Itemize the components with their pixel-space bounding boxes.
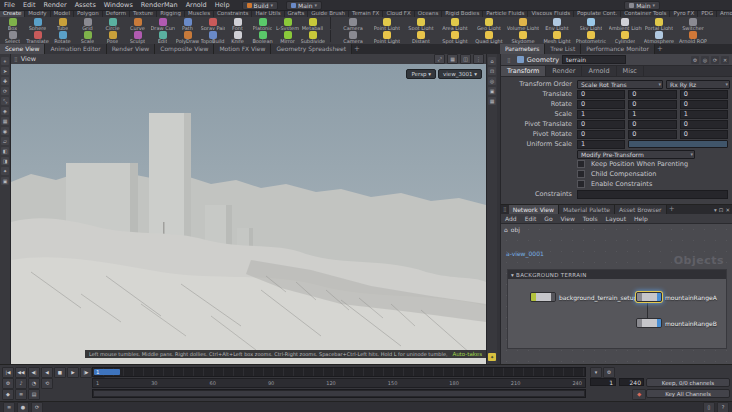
shelf-tool[interactable]: Curve	[125, 17, 150, 30]
scope-channels-icon[interactable]: ≡	[15, 389, 27, 400]
shelf-tab[interactable]: Arnold	[717, 10, 732, 17]
rotate-z-field[interactable]: 0	[680, 100, 728, 109]
scale-z-field[interactable]: 1	[680, 110, 728, 119]
network-pane-tab[interactable]: Material Palette	[559, 205, 615, 214]
new-tab-button[interactable]: +	[667, 205, 677, 214]
shelf-tab[interactable]: PDG	[698, 10, 717, 17]
view-mode-pill[interactable]: Persp ▾	[406, 69, 436, 79]
pane-tab[interactable]: Scene View	[0, 44, 45, 54]
shelf-tool[interactable]: Point Light	[370, 30, 404, 44]
pane-tab[interactable]: Geometry Spreadsheet	[271, 44, 352, 54]
take-selector[interactable]: Main ▾	[286, 1, 322, 10]
shelf-tool[interactable]: Path	[175, 17, 200, 30]
menu-item[interactable]: RenderMan	[137, 0, 182, 10]
shelf-tab[interactable]: Texture	[130, 10, 157, 17]
network-menu-item[interactable]: Help	[630, 214, 652, 223]
status-dot-icon[interactable]: ●	[17, 402, 29, 412]
menu-item[interactable]: File	[0, 0, 19, 10]
shelf-tool[interactable]: Volume Light	[506, 17, 540, 30]
translate-z-field[interactable]: 0	[680, 90, 728, 99]
expand-pane-icon[interactable]: ⤢	[434, 54, 445, 64]
camera-name-pill[interactable]: view_3001 ▾	[438, 69, 482, 79]
snap-grid-icon[interactable]: ▦	[1, 117, 9, 125]
split-pane-icon[interactable]: ◫	[460, 54, 471, 64]
network-box-header[interactable]: ▾ BACKGROUND TERRAIN	[508, 270, 726, 279]
node-display-flag[interactable]	[551, 293, 555, 301]
shelf-tab[interactable]: Modify	[25, 10, 50, 17]
translate-x-field[interactable]: 0	[577, 90, 625, 99]
dopesheet-icon[interactable]: ▤	[28, 389, 40, 400]
translate-tool-icon[interactable]: ✚	[1, 77, 9, 85]
shelf-tool[interactable]: Translate	[25, 30, 50, 44]
loop-mode-icon[interactable]: ⟲	[41, 378, 53, 389]
network-pane-tab[interactable]: Network View	[509, 205, 559, 214]
shelf-tool[interactable]: Geo Light	[472, 17, 506, 30]
shelf-tool[interactable]: Boolean	[250, 30, 275, 44]
new-tab-button[interactable]: +	[655, 44, 665, 54]
rotate-order-select[interactable]: Rx Ry Rz	[666, 80, 730, 89]
timeline-ruler[interactable]: 1306090120150180210240	[92, 378, 586, 388]
scale-y-field[interactable]: 1	[628, 110, 676, 119]
shelf-tool[interactable]: Spot Light	[438, 30, 472, 44]
handles-tool-icon[interactable]: ◈	[1, 107, 9, 115]
camera-lock-icon[interactable]: ▣	[1, 177, 9, 185]
take-selector-right[interactable]: Main ▾	[624, 1, 660, 10]
pane-tab[interactable]: Animation Editor	[45, 44, 106, 54]
prev-key-button[interactable]: ◀◀	[15, 367, 27, 378]
shelf-tool[interactable]: Sphere	[25, 17, 50, 30]
checkbox[interactable]	[577, 170, 585, 178]
pivot-rotate-z-field[interactable]: 0	[680, 130, 728, 139]
playback-range-slider[interactable]	[92, 389, 586, 398]
pivot-translate-y-field[interactable]: 0	[628, 120, 676, 129]
pivot-translate-z-field[interactable]: 0	[680, 120, 728, 129]
shelf-tool[interactable]: Env Light	[540, 17, 574, 30]
rotate-y-field[interactable]: 0	[628, 100, 676, 109]
shelf-tool[interactable]: Pose	[100, 30, 125, 44]
scale-tool-icon[interactable]: ⤡	[1, 97, 9, 105]
scale-x-field[interactable]: 1	[577, 110, 625, 119]
xform-order-select[interactable]: Scale Rot Trans	[577, 80, 663, 89]
shelf-tab[interactable]: Container Tools	[621, 10, 670, 17]
shelf-tool[interactable]: Distant	[404, 30, 438, 44]
shelf-tool[interactable]: Arnold ROP	[676, 30, 710, 44]
layout-icon[interactable]: ▦	[447, 54, 458, 64]
parameter-tab[interactable]: Misc	[617, 66, 644, 76]
parameter-tab[interactable]: Transform	[501, 66, 546, 76]
network-menu-item[interactable]: Go	[540, 214, 556, 223]
node-name-field[interactable]: terrain	[562, 55, 626, 64]
shelf-tab[interactable]: Particle Fluids	[483, 10, 528, 17]
construction-plane-icon[interactable]: ▱	[1, 137, 9, 145]
node-body[interactable]	[642, 319, 657, 327]
shelf-tool[interactable]: Rotate	[50, 30, 75, 44]
shelf-tab[interactable]: Polygon	[74, 10, 103, 17]
collapse-icon[interactable]: ▾	[511, 272, 514, 278]
shelf-tool[interactable]: Spray Paint	[200, 17, 225, 30]
pane-tab[interactable]: Render View	[107, 44, 156, 54]
node-background-terrain-setup[interactable]: background_terrain_setup	[530, 292, 637, 302]
frame-selected-icon[interactable]: ⊡	[488, 67, 496, 75]
node-body[interactable]	[642, 293, 657, 301]
translate-y-field[interactable]: 0	[628, 90, 676, 99]
parameter-tab[interactable]: Arnold	[582, 66, 616, 76]
shelf-tool[interactable]: Portal Light	[642, 17, 676, 30]
network-pane-tab[interactable]: Asset Browser	[615, 205, 667, 214]
shelf-tool[interactable]: Mesh Light	[540, 30, 574, 44]
shelf-tab[interactable]: Guide Brush	[308, 10, 349, 17]
rotate-x-field[interactable]: 0	[577, 100, 625, 109]
uniform-scale-field[interactable]: 1	[577, 140, 625, 149]
snap-point-icon[interactable]: ◉	[1, 127, 9, 135]
shelf-tab[interactable]: Oceans	[415, 10, 442, 17]
node-body[interactable]	[536, 293, 551, 301]
shelf-tool[interactable]: Cylinder	[608, 30, 642, 44]
menu-item[interactable]: Windows	[100, 0, 137, 10]
uniform-scale-slider[interactable]	[628, 140, 728, 148]
network-menu-item[interactable]: Edit	[521, 214, 541, 223]
network-path[interactable]: obj	[511, 226, 520, 233]
shelf-tool[interactable]: TopoBuild	[200, 30, 225, 44]
network-canvas[interactable]: ⌂ obj a-view_0001 Objects ▾ BACKGROUND T…	[501, 224, 732, 364]
node-mountain-range-a[interactable]: ↻ mountainRangeA	[636, 292, 717, 302]
maximize-icon[interactable]: ⊡	[719, 207, 724, 213]
prev-frame-button[interactable]: ◀|	[28, 367, 40, 378]
shelf-tool[interactable]: Metaball	[300, 17, 325, 30]
shading-mode-icon[interactable]: ◧	[1, 147, 9, 155]
